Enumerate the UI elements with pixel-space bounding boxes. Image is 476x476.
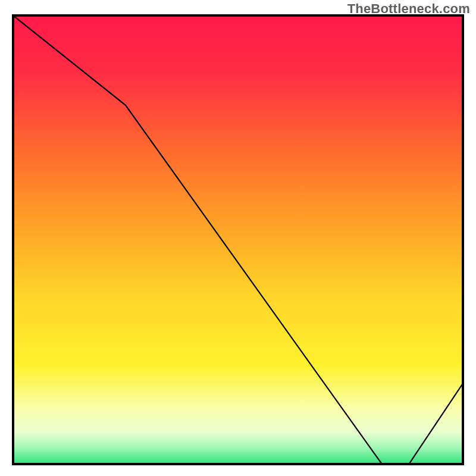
watermark-text: TheBottleneck.com bbox=[347, 1, 470, 17]
chart-container: TheBottleneck.com bbox=[0, 0, 476, 476]
plot-background bbox=[13, 15, 463, 464]
chart-svg bbox=[0, 0, 476, 476]
